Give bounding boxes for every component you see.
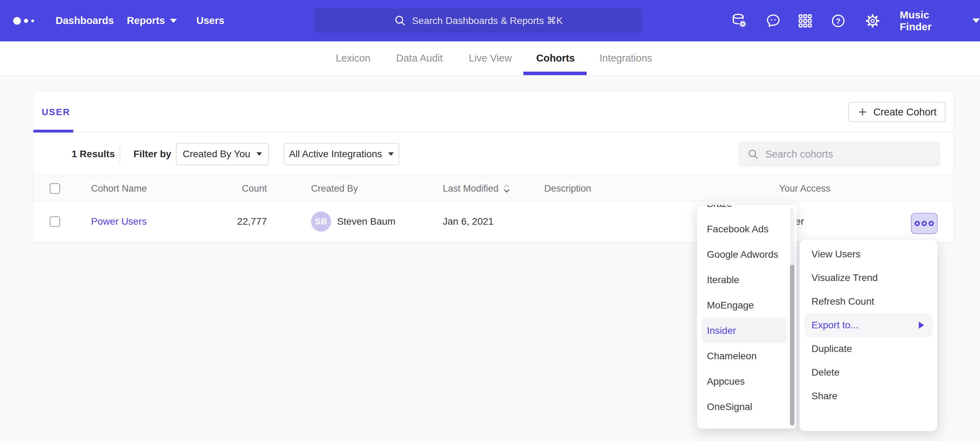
menu-item-export-to[interactable]: Export to...: [805, 313, 932, 337]
cohort-link[interactable]: Power Users: [91, 216, 146, 227]
filter-by-label: Filter by: [134, 133, 171, 176]
search-cohorts-input[interactable]: Search cohorts: [738, 142, 940, 166]
nav-dashboards[interactable]: Dashboards: [56, 0, 114, 42]
chevron-down-icon: [256, 152, 262, 156]
account-label: Music Finder: [900, 9, 963, 33]
nav-reports-label: Reports: [127, 15, 165, 26]
cohort-name-cell: Power Users: [91, 201, 146, 242]
submenu-item-appcues[interactable]: Appcues: [697, 369, 797, 394]
results-count: 1 Results: [72, 133, 115, 176]
filter-created-by-dropdown[interactable]: Created By You: [176, 143, 269, 165]
col-your-access[interactable]: Your Access: [779, 176, 830, 201]
menu-item-delete[interactable]: Delete: [800, 361, 937, 384]
account-menu[interactable]: Music Finder: [900, 0, 980, 42]
tab-cohorts[interactable]: Cohorts: [536, 42, 575, 75]
global-search-input[interactable]: Search Dashboards & Reports ⌘K: [315, 8, 642, 33]
submenu-item-facebook-ads[interactable]: Facebook Ads: [697, 216, 797, 242]
submenu-item-google-adwords[interactable]: Google Adwords: [697, 242, 797, 267]
tab-data-audit[interactable]: Data Audit: [396, 42, 443, 75]
col-last-modified[interactable]: Last Modified: [443, 176, 511, 201]
nav-reports[interactable]: Reports: [127, 0, 177, 42]
data-management-icon[interactable]: [731, 13, 747, 29]
row-more-actions-button[interactable]: [911, 213, 938, 234]
submenu-item-chameleon[interactable]: Chameleon: [697, 343, 797, 369]
tab-integrations[interactable]: Integrations: [600, 42, 652, 75]
last-modified-cell: Jan 6, 2021: [443, 201, 493, 242]
col-description[interactable]: Description: [544, 176, 591, 201]
submenu-item-moengage[interactable]: MoEngage: [697, 292, 797, 318]
menu-item-duplicate[interactable]: Duplicate: [800, 337, 937, 361]
submenu-item-onesignal[interactable]: OneSignal: [697, 394, 797, 419]
submenu-item-braze[interactable]: Braze: [697, 205, 797, 216]
row-checkbox[interactable]: [50, 216, 60, 227]
top-nav: Dashboards Reports Users Search Dashboar…: [0, 0, 980, 42]
dot-icon: [915, 221, 920, 226]
active-tab-underline: [523, 72, 587, 75]
section-tabbar: Lexicon Data Audit Live View Cohorts Int…: [0, 42, 980, 76]
chevron-down-icon: [972, 18, 980, 23]
chevron-down-icon: [170, 19, 177, 23]
count-cell: 22,777: [218, 201, 267, 242]
user-tab-underline: [33, 130, 73, 133]
submenu-item-insider[interactable]: Insider: [701, 318, 788, 343]
cohorts-card: USER Create Cohort 1 Results Filter by C…: [33, 91, 954, 243]
nav-dashboards-label: Dashboards: [56, 15, 114, 26]
menu-item-view-users[interactable]: View Users: [800, 243, 937, 266]
global-search-placeholder: Search Dashboards & Reports ⌘K: [412, 15, 563, 26]
filter-row: 1 Results Filter by Created By You All A…: [33, 133, 954, 176]
screen: Dashboards Reports Users Search Dashboar…: [0, 0, 980, 441]
col-cohort-name[interactable]: Cohort Name: [91, 176, 147, 201]
nav-users[interactable]: Users: [196, 0, 224, 42]
table-row: Power Users 22,777 SB Steven Baum Jan 6,…: [33, 201, 954, 242]
nav-users-label: Users: [196, 15, 224, 26]
sort-icon[interactable]: [503, 184, 511, 193]
menu-item-refresh-count[interactable]: Refresh Count: [800, 290, 937, 313]
tab-lexicon[interactable]: Lexicon: [336, 42, 371, 75]
scrollbar-thumb[interactable]: [790, 265, 794, 425]
dot-icon: [922, 221, 927, 226]
divider: [119, 145, 120, 163]
chevron-down-icon: [388, 152, 394, 156]
settings-gear-icon[interactable]: [865, 13, 881, 29]
submenu-item-iterable[interactable]: Iterable: [697, 267, 797, 292]
submenu-arrow-icon: [919, 322, 924, 329]
avatar: SB: [311, 211, 331, 232]
tab-user[interactable]: USER: [42, 91, 70, 133]
menu-item-visualize-trend[interactable]: Visualize Trend: [800, 266, 937, 290]
tab-live-view[interactable]: Live View: [469, 42, 512, 75]
col-count[interactable]: Count: [218, 176, 267, 201]
search-icon: [747, 148, 759, 160]
help-icon[interactable]: ?: [830, 13, 846, 29]
svg-text:?: ?: [836, 17, 840, 26]
cohort-type-row: USER Create Cohort: [33, 91, 954, 133]
feedback-chat-icon[interactable]: [765, 13, 781, 29]
col-created-by[interactable]: Created By: [311, 176, 358, 201]
select-all-checkbox[interactable]: [50, 183, 60, 194]
filter-integrations-dropdown[interactable]: All Active Integrations: [283, 143, 399, 165]
dot-icon: [929, 221, 934, 226]
apps-grid-icon[interactable]: [797, 13, 813, 29]
search-cohorts-placeholder: Search cohorts: [765, 149, 833, 160]
created-by-cell: Steven Baum: [337, 201, 396, 242]
search-icon: [394, 14, 406, 27]
table-header-row: Cohort Name Count Created By Last Modifi…: [33, 176, 954, 201]
menu-item-share[interactable]: Share: [800, 384, 937, 408]
mixpanel-logo-icon[interactable]: [13, 0, 34, 42]
create-cohort-button[interactable]: Create Cohort: [848, 102, 946, 122]
row-context-menu: View Users Visualize Trend Refresh Count…: [799, 239, 938, 431]
plus-icon: [858, 107, 868, 117]
export-submenu: Braze Facebook Ads Google Adwords Iterab…: [697, 205, 797, 429]
